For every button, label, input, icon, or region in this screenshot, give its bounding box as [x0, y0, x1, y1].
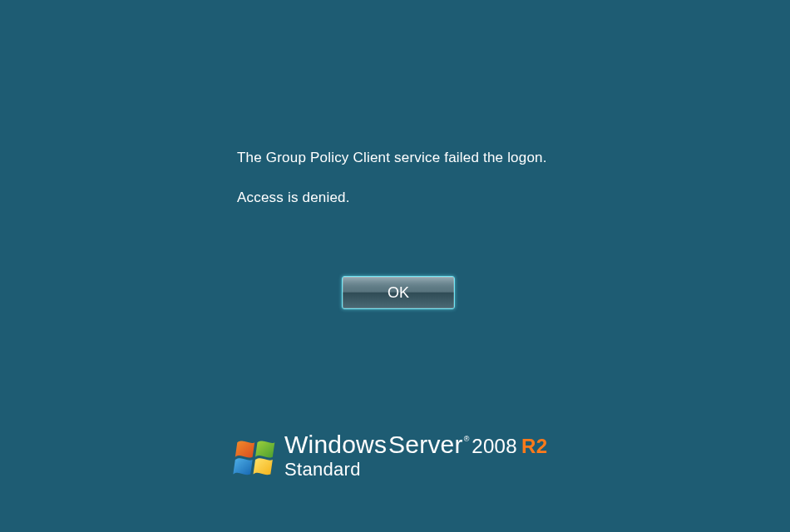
windows-logo-icon	[233, 439, 278, 480]
error-message-block: The Group Policy Client service failed t…	[237, 150, 669, 206]
brand-windows: Windows	[284, 432, 387, 457]
os-branding: Windows Server ® 2008 R2 Standard	[233, 432, 548, 480]
logon-error-screen: The Group Policy Client service failed t…	[0, 0, 790, 532]
brand-edition: Standard	[284, 461, 548, 479]
brand-line1: Windows Server ® 2008 R2	[284, 432, 548, 457]
error-message-line1: The Group Policy Client service failed t…	[237, 150, 669, 166]
ok-button[interactable]: OK	[342, 276, 455, 309]
brand-registered: ®	[464, 436, 470, 443]
brand-r2: R2	[521, 436, 548, 456]
brand-server: Server	[388, 432, 463, 457]
brand-year: 2008	[472, 436, 517, 456]
brand-text: Windows Server ® 2008 R2 Standard	[284, 432, 548, 479]
error-message-line2: Access is denied.	[237, 190, 669, 206]
